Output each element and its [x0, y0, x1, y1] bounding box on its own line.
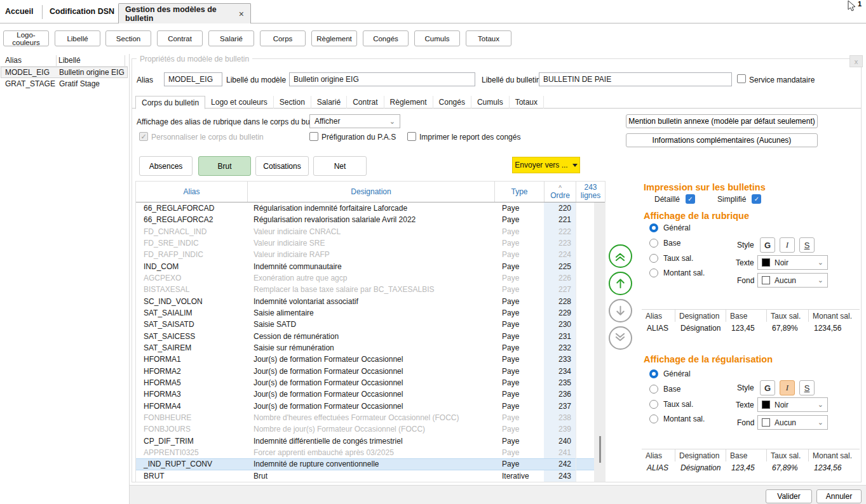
alias-input[interactable]: MODEL_EIG [164, 72, 222, 86]
annuler-button[interactable]: Annuler [816, 489, 862, 503]
radio-rubrique-base[interactable]: Base [649, 238, 680, 248]
model-list-header-alias[interactable]: Alias [5, 56, 22, 65]
vertical-scrollbar[interactable] [594, 202, 606, 482]
style-i-button-regularisation[interactable]: I [780, 380, 795, 395]
tab-close-icon[interactable]: × [239, 9, 244, 19]
mention-bulletin-annexe-button[interactable]: Mention bulletin annexe (modèle par défa… [626, 114, 818, 128]
tab-totaux[interactable]: Totaux [510, 96, 544, 109]
table-row[interactable]: IND_COMIndemnité communautairePaye225 [136, 261, 605, 272]
envoyer-vers-button[interactable]: Envoyer vers ... [512, 157, 580, 173]
toolbar-button-cumuls[interactable]: Cumuls [414, 30, 460, 46]
table-row[interactable]: FONBJOURSNombre de jour(s) Formateur Occ… [136, 423, 605, 435]
tab-section[interactable]: Section [274, 96, 311, 109]
report-conges-checkbox[interactable] [407, 132, 416, 141]
column-header-alias[interactable]: Alias [136, 182, 247, 202]
radio-regularisation-montant-sal[interactable]: Montant sal. [649, 414, 705, 424]
move-top-button[interactable] [609, 244, 632, 268]
radio-regularisation-taux-sal[interactable]: Taux sal. [649, 399, 693, 409]
model-list-header-libelle[interactable]: Libellé [58, 56, 81, 65]
tab-codification-dsn[interactable]: Codification DSN [50, 7, 114, 16]
radio-rubrique-montant-sal[interactable]: Montant sal. [649, 268, 705, 278]
toolbar-button-totaux[interactable]: Totaux [466, 30, 511, 46]
radio-rubrique-g-n-ral[interactable]: Général [649, 223, 691, 233]
column-header-designation[interactable]: Designation [247, 182, 494, 202]
simplifie-checkbox[interactable]: ✓ [752, 194, 761, 204]
move-down-button[interactable] [609, 299, 632, 322]
informations-complementaires-button[interactable]: Informations complémentaires (Aucunes) [626, 133, 818, 147]
tab-salari[interactable]: Salarié [311, 96, 347, 109]
tab-contrat[interactable]: Contrat [347, 96, 384, 109]
style-s-button-rubrique[interactable]: S [799, 237, 815, 253]
table-row[interactable]: SAT_SAICESSCession de rémunérationPaye23… [136, 331, 605, 342]
section-button-net[interactable]: Net [313, 156, 367, 176]
radio-rubrique-taux-sal[interactable]: Taux sal. [649, 253, 693, 263]
libelle-bulletin-input[interactable]: BULLETIN DE PAIE [539, 72, 732, 86]
style-s-button-regularisation[interactable]: S [799, 380, 815, 395]
tab-cumuls[interactable]: Cumuls [471, 96, 510, 109]
tab-accueil[interactable]: Accueil [5, 7, 33, 16]
table-row[interactable]: CP_DIF_TRIMIndemnité différentielle de c… [136, 435, 605, 447]
texte-color-select-rubrique[interactable]: Noir⌄ [757, 255, 828, 270]
section-button-cotisations[interactable]: Cotisations [255, 156, 309, 176]
radio-regularisation-base[interactable]: Base [649, 384, 680, 394]
scrollbar-thumb[interactable] [599, 436, 601, 463]
move-bottom-button[interactable] [609, 326, 632, 350]
panel-close-button[interactable]: x [849, 55, 863, 67]
toolbar-button-corps[interactable]: Corps [260, 30, 306, 46]
tab-logo-et-couleurs[interactable]: Logo et couleurs [205, 96, 274, 109]
table-row[interactable]: HFORMA1Jour(s) de formation Formateur Oc… [136, 354, 605, 365]
service-mandataire-label: Service mandataire [749, 76, 815, 84]
model-list-item-grat-stage[interactable]: GRAT_STAGEGratif Stage [1, 78, 128, 90]
move-up-button[interactable] [609, 272, 632, 295]
table-row[interactable]: SAT_SAIREMSaisie sur rémunérationPaye232 [136, 342, 605, 354]
toolbar-button-libell[interactable]: Libellé [55, 30, 100, 46]
libelle-modele-input[interactable]: Bulletin origine EIG [289, 72, 475, 86]
section-button-absences[interactable]: Absences [139, 156, 193, 176]
table-row[interactable]: AGCPEXOExonération autre que agcpPaye226 [136, 272, 605, 284]
fond-color-select-rubrique[interactable]: Aucun⌄ [757, 273, 828, 288]
affichage-alias-select[interactable]: Afficher ⌄ [309, 114, 400, 128]
table-row[interactable]: SAT_SAIALIMSaisie alimentairePaye229 [136, 307, 605, 319]
prefiguration-pas-checkbox[interactable] [309, 132, 318, 141]
service-mandataire-checkbox[interactable] [737, 74, 746, 83]
table-row[interactable]: BRUTBrutIterative243 [136, 470, 605, 482]
table-row[interactable]: APPRENTI0325Forcer apprenti embauché apr… [136, 447, 605, 458]
table-row[interactable]: SC_IND_VOLONIndemnité volontariat associ… [136, 296, 605, 307]
column-header-ordre[interactable]: ^ Ordre [544, 182, 576, 202]
table-row[interactable]: HFORMA5Jour(s) de formation Formateur Oc… [136, 377, 605, 388]
texte-color-select-regularisation[interactable]: Noir⌄ [757, 397, 828, 412]
toolbar-button-contrat[interactable]: Contrat [157, 30, 203, 46]
table-row[interactable]: _IND_RUPT_CONVIndemnité de rupture conve… [136, 458, 605, 470]
toolbar-button-section[interactable]: Section [105, 30, 151, 46]
table-row[interactable]: 66_REGLAFORCA2Régularisation revalorisat… [136, 214, 605, 225]
table-row[interactable]: FD_CNRACL_INDValeur indiciaire CNRACLPay… [136, 226, 605, 237]
table-row[interactable]: FD_RAFP_INDICValeur indiciaire RAFPPaye2… [136, 249, 605, 260]
personnaliser-checkbox[interactable]: ✓ [139, 132, 148, 141]
radio-regularisation-g-n-ral[interactable]: Général [649, 369, 691, 379]
tab-corps-du-bulletin[interactable]: Corps du bulletin [135, 96, 205, 109]
tab-gestion-modeles-bulletin[interactable]: Gestion des modèles de bulletin × [118, 3, 251, 23]
valider-button[interactable]: Valider [766, 489, 812, 503]
style-i-button-rubrique[interactable]: I [780, 237, 795, 253]
toolbar-button-cong-s[interactable]: Congés [363, 30, 409, 46]
section-button-brut[interactable]: Brut [198, 156, 251, 176]
table-row[interactable]: HFORMA3Jour(s) de formation Formateur Oc… [136, 388, 605, 400]
tab-r-glement[interactable]: Règlement [384, 96, 433, 109]
table-row[interactable]: BISTAXESALRemplacer la base taxe salaire… [136, 284, 605, 295]
style-g-button-regularisation[interactable]: G [760, 380, 775, 395]
tab-cong-s[interactable]: Congés [433, 96, 471, 109]
table-row[interactable]: HFORMA4Jour(s) de formation Formateur Oc… [136, 401, 605, 412]
column-header-type[interactable]: Type [494, 182, 544, 202]
table-row[interactable]: FD_SRE_INDICValeur indiciaire SREPaye223 [136, 237, 605, 249]
table-row[interactable]: FONBHEURENombre d'heures effectuées Form… [136, 412, 605, 423]
table-row[interactable]: HFORMA2Jour(s) de formation Formateur Oc… [136, 366, 605, 377]
table-row[interactable]: 66_REGLAFORCADRégularisation indemnité f… [136, 202, 605, 214]
style-g-button-rubrique[interactable]: G [760, 237, 775, 253]
model-list-item-model-eig[interactable]: MODEL_EIGBulletin origine EIG [1, 67, 128, 78]
fond-color-select-regularisation[interactable]: Aucun⌄ [757, 415, 828, 430]
detaille-checkbox[interactable]: ✓ [686, 194, 695, 204]
table-row[interactable]: SAT_SAISATDSaisie SATDPaye230 [136, 319, 605, 330]
toolbar-button-logo-couleurs[interactable]: Logo-couleurs [3, 30, 49, 46]
toolbar-button-salari[interactable]: Salarié [208, 30, 254, 46]
toolbar-button-r-glement[interactable]: Règlement [311, 30, 357, 46]
